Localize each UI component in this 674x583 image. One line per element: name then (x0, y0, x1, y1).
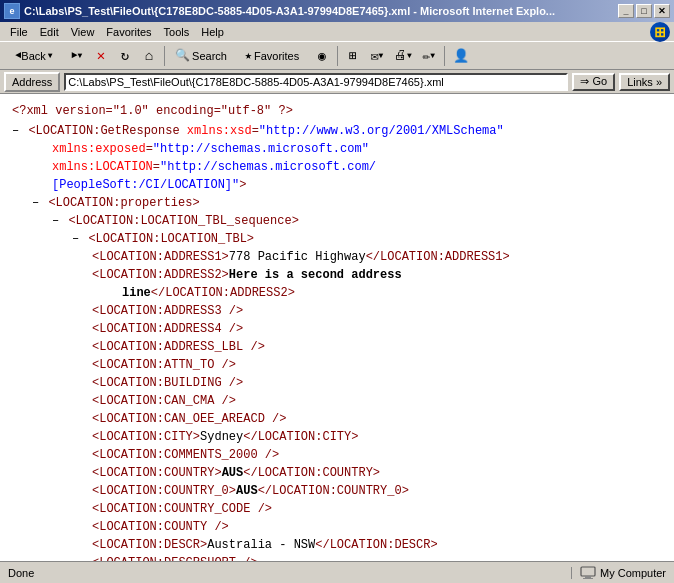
messenger-button[interactable]: 👤 (449, 45, 473, 67)
edit-dropdown-icon[interactable]: ▼ (430, 51, 435, 60)
forward-button[interactable]: ► ▼ (66, 45, 88, 67)
media-icon: ◉ (318, 48, 326, 64)
print-button[interactable]: 🖨 ▼ (390, 45, 416, 67)
xml-tag-tbl-sequence: <LOCATION:LOCATION_TBL_sequence> (68, 214, 298, 228)
xml-country-code: <LOCATION:COUNTRY_CODE /> (12, 500, 662, 518)
root-collapse-button[interactable]: – (12, 124, 19, 138)
xml-tag-city-close: </LOCATION:CITY> (243, 430, 358, 444)
favorites-label: Favorites (254, 50, 299, 62)
title-bar: e C:\Labs\PS_Test\FileOut\{C178E8DC-5885… (0, 0, 674, 22)
toolbar: ◄ Back ▼ ► ▼ ✕ ↻ ⌂ 🔍 Search ★ Favorites … (0, 42, 674, 70)
menu-edit[interactable]: Edit (34, 24, 65, 40)
xml-tag-attn: <LOCATION:ATTN_TO /> (92, 358, 236, 372)
xml-address2: <LOCATION:ADDRESS2>Here is a second addr… (12, 266, 662, 284)
xml-attr-location-name: xmlns:LOCATION (52, 160, 153, 174)
history-icon: ⊞ (349, 48, 357, 64)
history-button[interactable]: ⊞ (342, 45, 364, 67)
xml-tag-addr-lbl: <LOCATION:ADDRESS_LBL /> (92, 340, 265, 354)
xml-tag-country-code: <LOCATION:COUNTRY_CODE /> (92, 502, 272, 516)
xml-building: <LOCATION:BUILDING /> (12, 374, 662, 392)
xml-tag-root-close: > (239, 178, 246, 192)
xml-tbl: – <LOCATION:LOCATION_TBL> (12, 230, 662, 248)
home-icon: ⌂ (145, 48, 153, 64)
stop-icon: ✕ (97, 47, 105, 64)
xml-address1: <LOCATION:ADDRESS1>778 Pacific Highway</… (12, 248, 662, 266)
xml-tag-descr-close: </LOCATION:DESCR> (315, 538, 437, 552)
address-bar: Address ⇒ Go Links » (0, 70, 674, 94)
menu-view[interactable]: View (65, 24, 101, 40)
xml-attr-eq3: = (153, 160, 160, 174)
search-button[interactable]: 🔍 Search (169, 45, 233, 67)
xml-text-addr2-line: line (122, 286, 151, 300)
xml-tag-county: <LOCATION:COUNTY /> (92, 520, 229, 534)
xml-tag-can-oee: <LOCATION:CAN_OEE_AREACD /> (92, 412, 286, 426)
computer-svg (580, 565, 596, 581)
xml-pi-text: <?xml version="1.0" encoding="utf-8" ?> (12, 104, 293, 118)
xml-content-area[interactable]: <?xml version="1.0" encoding="utf-8" ?> … (0, 94, 674, 561)
refresh-icon: ↻ (121, 47, 129, 64)
svg-rect-0 (581, 567, 595, 576)
refresh-button[interactable]: ↻ (114, 45, 136, 67)
home-button[interactable]: ⌂ (138, 45, 160, 67)
toolbar-separator-1 (164, 46, 165, 66)
mail-dropdown-icon[interactable]: ▼ (379, 51, 384, 60)
menu-tools[interactable]: Tools (158, 24, 196, 40)
xml-attr-eq2: = (146, 142, 153, 156)
messenger-icon: 👤 (453, 48, 469, 64)
xml-tag-building: <LOCATION:BUILDING /> (92, 376, 243, 390)
xml-attr-location-value: "http://schemas.microsoft.com/ (160, 160, 376, 174)
print-dropdown-icon[interactable]: ▼ (407, 51, 412, 60)
xml-ns-location: xmlns:LOCATION="http://schemas.microsoft… (12, 158, 662, 176)
windows-logo: ⊞ (650, 22, 670, 42)
xml-attr-eq1: = (252, 124, 259, 138)
xml-address-lbl: <LOCATION:ADDRESS_LBL /> (12, 338, 662, 356)
favorites-button[interactable]: ★ Favorites (235, 45, 309, 67)
xml-tbl-sequence: – <LOCATION:LOCATION_TBL_sequence> (12, 212, 662, 230)
xml-attr-exposed-name: xmlns:exposed (52, 142, 146, 156)
address-label: Address (4, 72, 60, 92)
go-button[interactable]: ⇒ Go (572, 73, 615, 91)
minimize-button[interactable]: _ (618, 4, 634, 18)
forward-dropdown-icon[interactable]: ▼ (78, 51, 83, 60)
toolbar-separator-3 (444, 46, 445, 66)
xml-properties: – <LOCATION:properties> (12, 194, 662, 212)
xml-tag-properties: <LOCATION:properties> (48, 196, 199, 210)
tbl-collapse-button[interactable]: – (72, 232, 79, 246)
back-button[interactable]: ◄ Back ▼ (4, 45, 64, 67)
favorites-icon: ★ (245, 48, 252, 63)
back-label: Back (21, 50, 45, 62)
ie-icon: e (4, 3, 20, 19)
mail-button[interactable]: ✉ ▼ (366, 45, 388, 67)
xml-tag-addr1-close: </LOCATION:ADDRESS1> (366, 250, 510, 264)
xml-can-cma: <LOCATION:CAN_CMA /> (12, 392, 662, 410)
stop-button[interactable]: ✕ (90, 45, 112, 67)
xml-text-country0: AUS (236, 484, 258, 498)
back-dropdown-icon[interactable]: ▼ (48, 51, 53, 60)
xml-address2-cont: line</LOCATION:ADDRESS2> (12, 284, 662, 302)
links-button[interactable]: Links » (619, 73, 670, 91)
svg-rect-1 (585, 576, 591, 578)
media-button[interactable]: ◉ (311, 45, 333, 67)
maximize-button[interactable]: □ (636, 4, 652, 18)
xml-address4: <LOCATION:ADDRESS4 /> (12, 320, 662, 338)
menu-help[interactable]: Help (195, 24, 230, 40)
xml-text-country: AUS (222, 466, 244, 480)
menu-file[interactable]: File (4, 24, 34, 40)
tbl-sequence-collapse-button[interactable]: – (52, 214, 59, 228)
status-done-text: Done (0, 567, 572, 579)
xml-tag-country-close: </LOCATION:COUNTRY> (243, 466, 380, 480)
xml-can-oee: <LOCATION:CAN_OEE_AREACD /> (12, 410, 662, 428)
properties-collapse-button[interactable]: – (32, 196, 39, 210)
address-input[interactable] (64, 73, 568, 91)
title-bar-buttons[interactable]: _ □ ✕ (618, 4, 670, 18)
mail-icon: ✉ (371, 48, 379, 64)
xml-tag-comments: <LOCATION:COMMENTS_2000 /> (92, 448, 279, 462)
search-icon: 🔍 (175, 48, 190, 63)
xml-tag-addr1-open: <LOCATION:ADDRESS1> (92, 250, 229, 264)
xml-ns-exposed: xmlns:exposed="http://schemas.microsoft.… (12, 140, 662, 158)
close-button[interactable]: ✕ (654, 4, 670, 18)
edit-button[interactable]: ✏ ▼ (418, 45, 440, 67)
print-icon: 🖨 (394, 48, 407, 63)
menu-favorites[interactable]: Favorites (100, 24, 157, 40)
xml-tag-addr4: <LOCATION:ADDRESS4 /> (92, 322, 243, 336)
